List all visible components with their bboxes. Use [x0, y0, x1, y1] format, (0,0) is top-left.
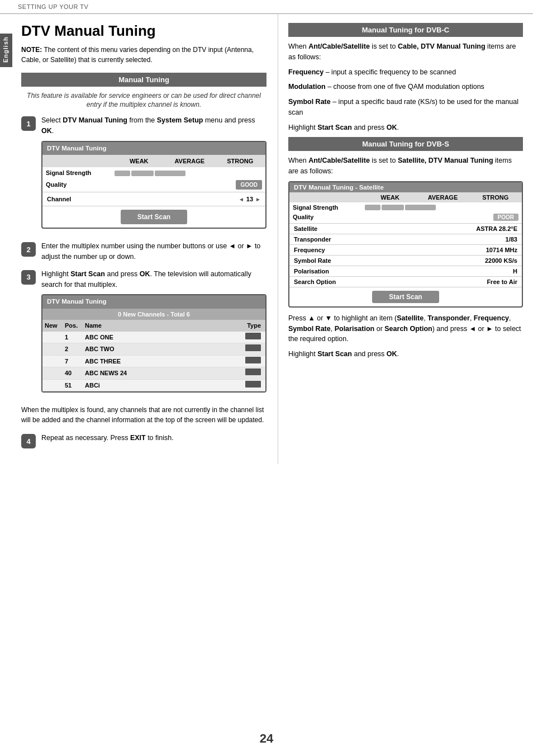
manual-tuning-header: Manual Tuning: [21, 73, 266, 87]
type-icon: [245, 381, 261, 388]
page-wrapper: English SETTING UP YOUR TV DTV Manual Tu…: [0, 0, 533, 756]
col-new: New: [45, 321, 65, 330]
dvbs-symbolrate-row: Symbol Rate 22000 KS/s: [289, 256, 522, 266]
step-3: 3 Highlight Start Scan and press OK. The…: [21, 269, 266, 398]
step-2: 2 Enter the multiplex number using the n…: [21, 241, 266, 262]
results-table: DTV Manual Tuning 0 New Channels - Total…: [41, 294, 266, 393]
note-text: NOTE: The content of this menu varies de…: [21, 45, 266, 65]
type-icon: [245, 368, 261, 375]
dvbc-modulation: Modulation – choose from one of five QAM…: [288, 82, 523, 92]
quality-row: Quality GOOD: [42, 179, 265, 192]
results-header: DTV Manual Tuning: [42, 295, 265, 308]
table-row: 51 ABCi: [42, 380, 265, 392]
table-row: 1 ABC ONE: [42, 332, 265, 344]
dvbc-intro: When Ant/Cable/Satellite is set to Cable…: [288, 41, 523, 63]
results-subheader: 0 New Channels - Total 6: [42, 309, 265, 320]
left-column: DTV Manual Tuning NOTE: The content of t…: [16, 14, 278, 464]
step-4-content: Repeat as necessary. Press EXIT to finis…: [41, 433, 266, 443]
bar-strong: [155, 171, 185, 176]
dvbs-col-strong: STRONG: [469, 192, 522, 202]
channel-row: Channel ◄ 13 ►: [42, 192, 265, 207]
dvbs-col-avg: AVERAGE: [416, 192, 469, 202]
step-1-number: 1: [21, 116, 36, 131]
nav-left-arrow: ◄: [239, 195, 244, 204]
dvbs-header: Manual Tuning for DVB-S: [288, 137, 523, 151]
dvbs-satellite-row: Satellite ASTRA 28.2°E: [289, 224, 522, 234]
channel-label: Channel: [47, 195, 239, 204]
dvbs-signal-row: Signal Strength: [289, 202, 522, 212]
dvbc-symbol-rate: Symbol Rate – input a specific baud rate…: [288, 97, 523, 118]
step-1-content: Select DTV Manual Tuning from the System…: [41, 115, 266, 234]
signal-strength-row: Signal Strength: [42, 167, 265, 179]
type-icon: [245, 344, 261, 351]
dvbs-signal-bars: [365, 204, 518, 211]
dvbs-table-title: DTV Manual Tuning - Satellite: [289, 182, 522, 192]
dvbs-start-scan-row: Start Scan: [289, 287, 522, 306]
type-icon: [245, 333, 261, 339]
col-pos: Pos.: [65, 321, 85, 330]
sidebar-label: English: [0, 34, 12, 67]
dvbs-press-instruction: Press ▲ or ▼ to highlight an item (Satel…: [288, 313, 523, 344]
dvbs-transponder-row: Transponder 1/83: [289, 234, 522, 245]
page-title: DTV Manual Tuning: [21, 23, 266, 39]
dvbc-frequency: Frequency – input a specific frequency t…: [288, 67, 523, 78]
quality-label: Quality: [46, 180, 236, 190]
channel-number: 13: [246, 195, 253, 204]
col-name: Name: [85, 321, 241, 330]
bar-weak: [115, 171, 130, 176]
tv-table-1-title: DTV Manual Tuning: [42, 142, 265, 155]
col-weak-label: WEAK: [114, 155, 165, 168]
table-row: 2 ABC TWO: [42, 343, 265, 356]
bar-avg: [131, 171, 154, 176]
channel-nav: ◄ 13 ►: [239, 195, 261, 204]
dvbs-table-header: WEAK AVERAGE STRONG: [289, 192, 522, 202]
table-row: 40 ABC NEWS 24: [42, 367, 265, 380]
dvbs-signal-label: Signal Strength: [293, 204, 365, 211]
tv-table-1: DTV Manual Tuning WEAK AVERAGE STRONG Si…: [41, 141, 266, 229]
step-2-number: 2: [21, 242, 36, 257]
dvbs-quality-row: Quality POOR: [289, 212, 522, 224]
start-scan-row-1: Start Scan: [42, 206, 265, 228]
right-column: Manual Tuning for DVB-C When Ant/Cable/S…: [278, 14, 533, 464]
dvbs-quality-label: Quality: [293, 214, 493, 220]
page-number: 24: [260, 731, 273, 746]
col-strong-label: STRONG: [215, 155, 266, 168]
tv-table-1-header: WEAK AVERAGE STRONG: [42, 155, 265, 168]
dvbs-bar-strong: [405, 205, 436, 210]
dvbs-table: DTV Manual Tuning - Satellite WEAK AVERA…: [288, 181, 523, 308]
italic-note: This feature is available for service en…: [21, 91, 266, 110]
quality-badge: GOOD: [236, 180, 262, 190]
start-scan-button-dvbs[interactable]: Start Scan: [372, 291, 439, 303]
results-cols-header: New Pos. Name Type: [42, 320, 265, 332]
dvbs-bar-avg: [382, 205, 404, 210]
signal-bars: [115, 169, 262, 177]
after-table-text: When the multiplex is found, any channel…: [21, 405, 266, 425]
step-4-number: 4: [21, 434, 36, 448]
signal-strength-label: Signal Strength: [46, 168, 115, 178]
dvbs-searchoption-row: Search Option Free to Air: [289, 277, 522, 287]
step-1: 1 Select DTV Manual Tuning from the Syst…: [21, 115, 266, 234]
start-scan-button-1[interactable]: Start Scan: [121, 210, 187, 224]
dvbc-scan-instruction: Highlight Start Scan and press OK.: [288, 122, 523, 133]
dvbs-frequency-row: Frequency 10714 MHz: [289, 245, 522, 256]
dvbs-highlight-instruction: Highlight Start Scan and press OK.: [288, 349, 523, 360]
table-row: 7 ABC THREE: [42, 356, 265, 368]
dvbc-header: Manual Tuning for DVB-C: [288, 23, 523, 37]
col-avg-label: AVERAGE: [164, 155, 215, 168]
nav-right-arrow: ►: [255, 195, 261, 204]
step-4: 4 Repeat as necessary. Press EXIT to fin…: [21, 433, 266, 448]
dvbs-col-weak: WEAK: [364, 192, 416, 202]
content-area: DTV Manual Tuning NOTE: The content of t…: [0, 14, 533, 464]
col-type: Type: [241, 321, 263, 330]
step-3-number: 3: [21, 270, 36, 285]
dvbs-polarisation-row: Polarisation H: [289, 266, 522, 277]
dvbs-quality-badge: POOR: [493, 214, 518, 221]
dvbs-intro: When Ant/Cable/Satellite is set to Satel…: [288, 155, 523, 177]
step-3-content: Highlight Start Scan and press OK. The t…: [41, 269, 266, 398]
step-2-content: Enter the multiplex number using the num…: [41, 241, 266, 262]
top-bar: SETTING UP YOUR TV: [0, 0, 533, 14]
type-icon: [245, 357, 261, 363]
dvbs-bar-weak: [365, 205, 380, 210]
